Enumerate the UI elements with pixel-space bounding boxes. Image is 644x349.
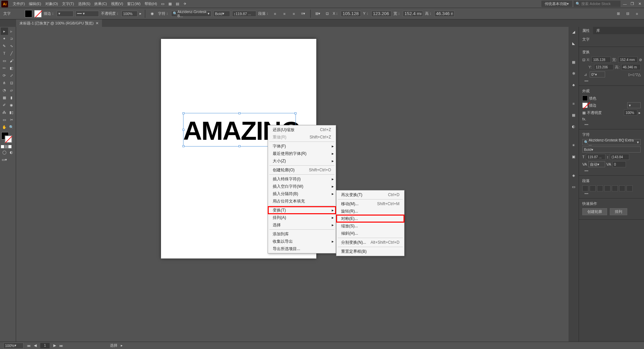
free-transform-tool[interactable]: ⊡ <box>8 79 15 86</box>
prop-leading[interactable] <box>610 154 629 160</box>
dock-transparency-icon[interactable]: ◐ <box>570 123 577 130</box>
recolor-icon[interactable]: ◉ <box>149 10 156 17</box>
gradient-mode-swatch[interactable] <box>4 145 8 149</box>
prop-font-family[interactable]: 🔍 Akzidenz-Grotesk BQ Extra ... ▾ <box>582 139 641 145</box>
prop-x-input[interactable] <box>591 57 611 63</box>
ctx-recent-font[interactable]: 最近使用的字体(R)▸ <box>268 150 336 157</box>
ctx-reset-bbox[interactable]: 重置定界框(B) <box>336 248 404 255</box>
restore-icon[interactable]: ❐ <box>629 1 635 7</box>
align-justify-icon[interactable]: ≡▾ <box>300 10 307 17</box>
stroke-weight-dropdown[interactable]: ▾ <box>57 11 73 17</box>
quick-arrange-button[interactable]: 排列 <box>610 208 627 215</box>
draw-behind-icon[interactable]: ◐ <box>8 149 15 156</box>
dock-stroke-icon[interactable]: ≡ <box>570 100 577 107</box>
canvas[interactable]: AMAZING 还原(U)缩放Ctrl+Z 重做(R)Shift+Ctrl+Z … <box>16 27 569 342</box>
gpu-icon[interactable]: ▦ <box>166 0 174 8</box>
document-tab[interactable]: 未标题-1 [已恢复]* @ 100% (RGB/GPU 预览) ✕ <box>16 19 102 27</box>
dock-color-icon[interactable]: ◢ <box>570 28 577 36</box>
stroke-swatch[interactable] <box>34 10 42 17</box>
slice-tool[interactable]: ✂ <box>8 116 15 123</box>
prop-w-input[interactable] <box>618 57 638 63</box>
ctx-whitespace[interactable]: 插入空白字符(W)▸ <box>268 183 336 190</box>
prop-y-input[interactable] <box>594 64 613 70</box>
ctx-select[interactable]: 选择▸ <box>268 221 336 229</box>
para-justify-right[interactable] <box>619 185 625 191</box>
ctx-special-char[interactable]: 插入特殊字符(I)▸ <box>268 175 336 183</box>
menu-view[interactable]: 视图(V) <box>109 0 125 8</box>
sel-handle-nw[interactable] <box>182 112 184 114</box>
zoom-tool[interactable]: 🔍 <box>8 123 15 131</box>
para-justify-center[interactable] <box>612 185 618 191</box>
search-stock-input[interactable]: 🔍 搜索 Adobe Stock <box>574 1 621 7</box>
quick-create-outlines-button[interactable]: 创建轮廓 <box>582 208 607 215</box>
ctx-add-to-library[interactable]: 添加到库 <box>268 230 336 238</box>
draw-normal-icon[interactable]: ◯ <box>1 149 8 156</box>
dock-graphic-styles-icon[interactable]: ▣ <box>570 153 577 160</box>
perspective-tool[interactable]: ▱ <box>8 86 15 94</box>
menu-help[interactable]: 帮助(H) <box>143 0 159 8</box>
ctx-arrange[interactable]: 排列(A)▸ <box>268 214 336 221</box>
color-mode-swatch[interactable] <box>1 145 4 149</box>
eyedropper-tool[interactable]: ✐ <box>1 101 8 109</box>
para-align-left[interactable] <box>582 185 588 191</box>
font-size-dropdown[interactable]: ↕ 119.87 ... <box>232 11 256 17</box>
menu-type[interactable]: 文字(T) <box>60 0 76 8</box>
close-icon[interactable]: ✕ <box>637 1 643 7</box>
para-justify-left[interactable] <box>604 185 610 191</box>
menu-object[interactable]: 对象(O) <box>43 0 60 8</box>
brush-tool[interactable]: 🖌 <box>8 57 15 64</box>
ctx-scale[interactable]: 缩放(S)... <box>336 222 404 230</box>
artboard-tool[interactable]: ▭ <box>1 116 8 123</box>
transform-more-icon[interactable]: ••• <box>582 79 588 83</box>
ctx-shear[interactable]: 倾斜(H)... <box>336 230 404 237</box>
artboard-nav-input[interactable] <box>40 343 50 349</box>
workspace-switcher[interactable]: 传统基本功能 ▾ <box>541 1 572 7</box>
ctx-create-outlines[interactable]: 创建轮廓(O)Shift+Ctrl+O <box>268 166 336 174</box>
ctx-font[interactable]: 字体(F)▸ <box>268 142 336 150</box>
x-input[interactable] <box>341 11 361 17</box>
scale-tool[interactable]: ⤢ <box>8 72 15 79</box>
magic-wand-tool[interactable]: ✦ <box>1 35 8 42</box>
fill-swatch[interactable] <box>25 10 32 17</box>
font-style-dropdown[interactable]: Bold ▾ <box>213 11 230 17</box>
nav-prev-icon[interactable]: ◀ <box>34 343 37 348</box>
selection-tool[interactable]: ▸ <box>1 27 8 35</box>
menu-select[interactable]: 选择(S) <box>76 0 93 8</box>
ctx-undo[interactable]: 还原(U)缩放Ctrl+Z <box>268 126 336 133</box>
prop-tracking[interactable] <box>612 161 626 167</box>
prop-kerning[interactable]: 自动▾ <box>588 161 605 167</box>
nav-next-icon[interactable]: ▶ <box>53 343 56 348</box>
appearance-more-icon[interactable]: ••• <box>582 122 588 126</box>
sel-handle-n[interactable] <box>238 112 240 114</box>
dock-brushes-icon[interactable]: ✼ <box>570 70 577 77</box>
prop-angle-dropdown[interactable]: 0° ▾ <box>590 71 605 77</box>
prop-stroke-swatch[interactable] <box>582 103 588 108</box>
sel-handle-w[interactable] <box>182 129 184 131</box>
ctx-transform-again[interactable]: 再次变换(T)Ctrl+D <box>336 191 404 198</box>
align-center-icon[interactable]: ≡ <box>281 10 288 17</box>
arrange-docs-icon[interactable]: ▭ <box>159 0 166 8</box>
pen-tool[interactable]: ✎ <box>1 42 8 50</box>
ctx-size[interactable]: 大小(Z)▸ <box>268 157 336 165</box>
opacity-dropdown[interactable]: 100% <box>121 11 138 17</box>
shape-builder-tool[interactable]: ◔ <box>1 86 8 94</box>
graph-tool[interactable]: ▮▯ <box>8 109 15 116</box>
align-left-icon[interactable]: ≡ <box>271 10 279 17</box>
w-input[interactable] <box>403 11 423 17</box>
eraser-tool[interactable]: ◧ <box>8 64 15 72</box>
character-more-icon[interactable]: ••• <box>582 169 588 173</box>
dock-color-guide-icon[interactable]: ◣ <box>570 40 577 47</box>
tab-close-icon[interactable]: ✕ <box>96 21 99 25</box>
y-input[interactable] <box>371 11 391 17</box>
prop-font-style[interactable]: Bold ▾ <box>582 147 641 153</box>
sel-handle-ne[interactable] <box>294 112 297 114</box>
lasso-tool[interactable]: ⊃ <box>8 35 15 42</box>
link-wh-icon[interactable]: ⊘ <box>639 58 642 62</box>
share-icon[interactable]: ✈ <box>181 0 189 8</box>
dock-symbols-icon[interactable]: ♣ <box>570 81 577 89</box>
ctx-transform-each[interactable]: 分别变换(N)...Alt+Shift+Ctrl+D <box>336 239 404 246</box>
shaper-tool[interactable]: ✏ <box>1 64 8 72</box>
minimize-icon[interactable]: — <box>622 1 628 7</box>
blend-tool[interactable]: ◉ <box>8 101 15 109</box>
reference-point-icon[interactable]: ⊡ <box>582 58 585 62</box>
